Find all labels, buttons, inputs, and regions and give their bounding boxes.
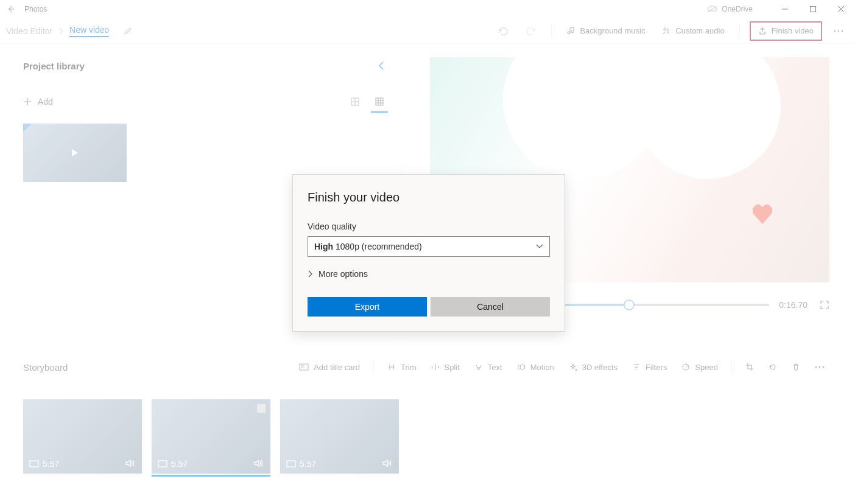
export-button[interactable]: Export xyxy=(308,297,427,317)
finish-video-dialog: Finish your video Video quality High 108… xyxy=(292,174,565,332)
chevron-right-icon xyxy=(308,270,312,278)
quality-label: Video quality xyxy=(308,222,550,231)
dialog-title: Finish your video xyxy=(308,191,550,205)
cancel-button[interactable]: Cancel xyxy=(431,297,550,317)
chevron-down-icon xyxy=(536,244,543,249)
quality-select[interactable]: High 1080p (recommended) xyxy=(308,236,550,257)
more-options-toggle[interactable]: More options xyxy=(308,269,550,279)
